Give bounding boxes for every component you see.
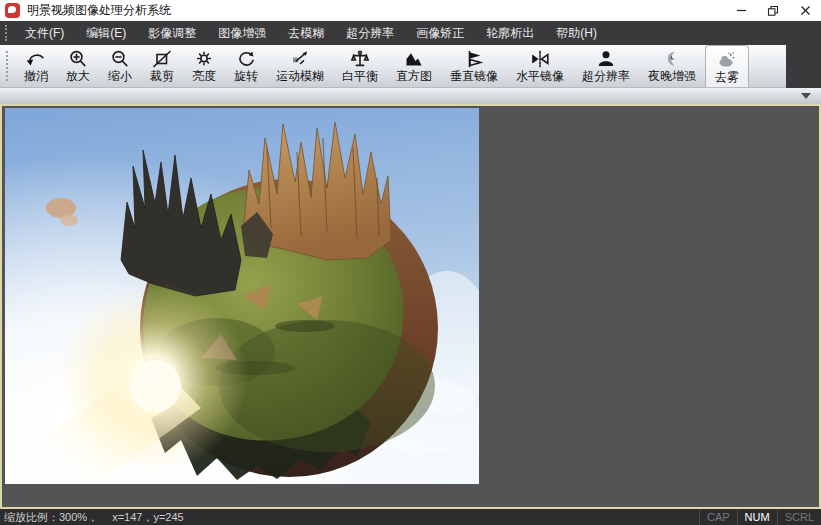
image-canvas-area[interactable] [0, 104, 821, 509]
menu-bar: 文件(F) 编辑(E) 影像调整 图像增强 去模糊 超分辨率 画像矫正 轮廓析出… [0, 21, 821, 45]
menu-image-rectify[interactable]: 画像矫正 [405, 21, 475, 45]
dehaze-button[interactable]: 去雾 [705, 45, 749, 87]
menu-edit[interactable]: 编辑(E) [75, 21, 137, 45]
zoom-in-icon [67, 49, 89, 69]
num-lock-indicator: NUM [737, 509, 777, 525]
zoom-in-button[interactable]: 放大 [57, 45, 99, 87]
dehaze-icon [716, 50, 738, 70]
toolbar-band: 撤消 放大 [0, 45, 786, 88]
menubar-grip-handle[interactable] [5, 25, 9, 41]
night-enhance-label: 夜晚增强 [648, 69, 696, 83]
scroll-lock-indicator: SCRL [777, 509, 821, 525]
white-balance-button[interactable]: 白平衡 [333, 45, 387, 87]
histogram-button[interactable]: 直方图 [387, 45, 441, 87]
brightness-icon [193, 49, 215, 69]
toolbar-grip-handle[interactable] [6, 51, 10, 81]
toolbar-overflow-band [0, 88, 821, 104]
night-enhance-icon [661, 49, 683, 69]
histogram-icon [403, 49, 425, 69]
motion-blur-label: 运动模糊 [276, 69, 324, 83]
histogram-label: 直方图 [396, 69, 432, 83]
menu-help[interactable]: 帮助(H) [545, 21, 608, 45]
brightness-label: 亮度 [192, 69, 216, 83]
minimize-icon [736, 5, 747, 16]
motion-blur-button[interactable]: 运动模糊 [267, 45, 333, 87]
menu-deblur[interactable]: 去模糊 [277, 21, 335, 45]
white-balance-icon [349, 49, 371, 69]
toolbar-empty-area [786, 45, 821, 88]
minimize-button[interactable] [725, 0, 757, 21]
brightness-button[interactable]: 亮度 [183, 45, 225, 87]
undo-label: 撤消 [24, 69, 48, 83]
undo-button[interactable]: 撤消 [15, 45, 57, 87]
horizontal-mirror-button[interactable]: 水平镜像 [507, 45, 573, 87]
night-enhance-button[interactable]: 夜晚增强 [639, 45, 705, 87]
menu-file[interactable]: 文件(F) [14, 21, 75, 45]
vertical-mirror-button[interactable]: 垂直镜像 [441, 45, 507, 87]
crop-icon [151, 49, 173, 69]
title-bar: 明景视频图像处理分析系统 [0, 0, 821, 21]
toolbar: 撤消 放大 [0, 45, 821, 88]
crop-button[interactable]: 裁剪 [141, 45, 183, 87]
cursor-coordinates: x=147，y=245 [112, 510, 184, 525]
crop-label: 裁剪 [150, 69, 174, 83]
menu-super-resolution[interactable]: 超分辨率 [335, 21, 405, 45]
status-bar: 缩放比例： 300%， x=147，y=245 CAP NUM SCRL [0, 509, 821, 525]
super-resolution-button[interactable]: 超分辨率 [573, 45, 639, 87]
zoom-out-button[interactable]: 缩小 [99, 45, 141, 87]
chevron-down-icon[interactable] [801, 93, 811, 99]
zoom-in-label: 放大 [66, 69, 90, 83]
close-button[interactable] [789, 0, 821, 21]
restore-icon [767, 5, 779, 17]
zoom-ratio-value: 300%， [59, 510, 98, 525]
rotate-label: 旋转 [234, 69, 258, 83]
caps-lock-indicator: CAP [699, 509, 737, 525]
app-window: 明景视频图像处理分析系统 文件(F) 编辑(E) 影像调整 图像增强 去模糊 [0, 0, 821, 525]
menu-image-adjust[interactable]: 影像调整 [137, 21, 207, 45]
restore-button[interactable] [757, 0, 789, 21]
horizontal-mirror-label: 水平镜像 [516, 69, 564, 83]
super-resolution-icon [595, 49, 617, 69]
vertical-mirror-label: 垂直镜像 [450, 69, 498, 83]
white-balance-label: 白平衡 [342, 69, 378, 83]
zoom-out-icon [109, 49, 131, 69]
motion-blur-icon [289, 49, 311, 69]
window-title: 明景视频图像处理分析系统 [27, 0, 171, 21]
zoom-out-label: 缩小 [108, 69, 132, 83]
super-resolution-label: 超分辨率 [582, 69, 630, 83]
vertical-mirror-icon [463, 49, 485, 69]
undo-icon [25, 49, 47, 69]
rotate-button[interactable]: 旋转 [225, 45, 267, 87]
menu-image-enhance[interactable]: 图像增强 [207, 21, 277, 45]
little-planet-photo[interactable] [5, 108, 479, 484]
close-icon [800, 5, 811, 16]
rotate-icon [235, 49, 257, 69]
app-logo-icon [5, 3, 20, 18]
zoom-ratio-label: 缩放比例： [4, 510, 59, 525]
horizontal-mirror-icon [529, 49, 551, 69]
dehaze-label: 去雾 [715, 70, 739, 84]
menu-contour-extract[interactable]: 轮廓析出 [475, 21, 545, 45]
